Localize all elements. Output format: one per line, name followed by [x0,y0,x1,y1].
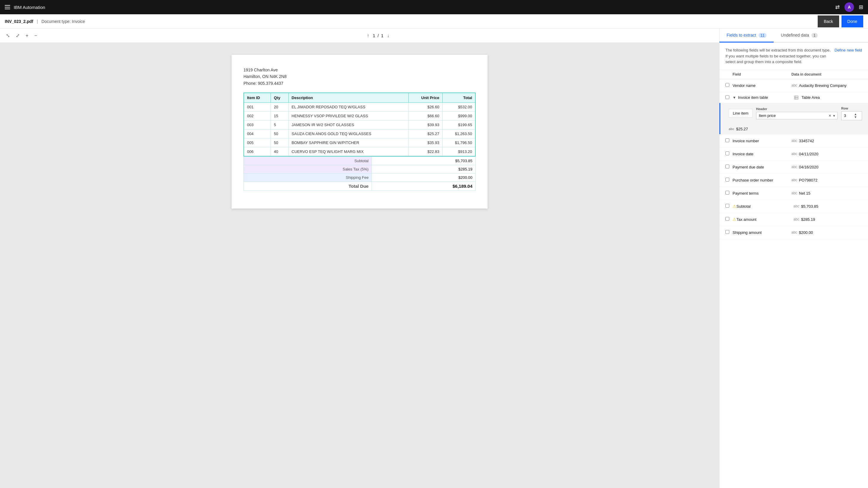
col-header-total: Total [442,93,475,103]
cell-desc: SAUZA CIEN ANOS GOLD TEQ W/GLASSES [288,129,408,138]
tab-undefined[interactable]: Undefined data 1 [774,29,825,42]
field-checkbox[interactable] [725,138,729,142]
field-data: abc $285.19 [794,217,862,222]
field-check[interactable] [725,83,733,88]
collapse-icon[interactable]: ⤢ [14,32,21,40]
lineitem-header-section: Header Item price ✕ ▾ [756,107,838,119]
lineitem-clear-icon[interactable]: ✕ [829,114,831,118]
page-up-icon[interactable]: ↑ [366,32,371,40]
abc-icon: abc [792,139,797,143]
field-data-value: Table Area [801,95,819,100]
lineitem-header-select[interactable]: Item price ✕ ▾ [756,112,838,119]
field-check[interactable] [725,177,733,183]
tab-undefined-label: Undefined data [781,33,809,37]
tab-fields-badge: 11 [758,33,767,38]
swap-icon[interactable]: ⇄ [835,4,840,10]
cell-unit: $25.27 [408,129,442,138]
nav-left: IBM Automation [5,5,45,10]
field-check[interactable] [725,138,733,143]
field-checkbox[interactable] [725,204,729,208]
address-line-3: Phone: 905.379.4437 [244,80,476,87]
panel-info-text: The following fields will be extracted f… [725,47,831,65]
lineitem-chevron-icon[interactable]: ▾ [833,114,835,118]
total-value: $6,189.04 [372,182,476,191]
remove-icon[interactable]: − [33,32,38,40]
file-info: INV_023_2.pdf | Document type: Invoice [5,19,85,24]
spinner-up-icon[interactable]: ▲ [854,113,857,116]
abc-icon: abc [792,191,797,195]
cell-unit: $39.93 [408,121,442,129]
tab-fields[interactable]: Fields to extract 11 [719,29,774,42]
right-panel: Fields to extract 11 Undefined data 1 Th… [719,29,868,488]
list-item: Payment terms abc Net 15 [719,187,868,200]
svg-rect-0 [795,96,798,99]
svg-rect-3 [796,96,796,99]
field-checkbox[interactable] [725,95,729,99]
document-panel: ⤡ ⤢ + − ↑ 1 / 1 ↓ 1919 Charlton Ave Hami… [0,29,719,488]
total-label: Total Due [244,182,372,191]
cell-id: 006 [244,147,271,157]
field-check[interactable] [725,230,733,235]
lineitem-row-section: Row ▲ ▼ [841,106,862,120]
brand-label: IBM Automation [14,5,45,10]
field-data-value: PO798072 [799,178,817,183]
svg-rect-1 [795,97,798,97]
field-row-expandable[interactable]: ▼ Invoice item table Table Area [719,92,868,103]
field-checkbox[interactable] [725,191,729,195]
field-data: Table Area [794,95,862,100]
cell-total: $199.65 [442,121,475,129]
add-icon[interactable]: + [24,32,29,40]
cell-desc: BOMBAY SAPPHIRE GIN W/PITCHER [288,138,408,147]
list-item: Shipping amount abc $200.00 [719,226,868,239]
doc-toolbar: ⤡ ⤢ + − ↑ 1 / 1 ↓ [0,29,719,43]
list-item: Purchase order number abc PO798072 [719,174,868,187]
field-checkbox[interactable] [725,217,729,221]
lineitem-header-label: Header [756,107,838,111]
separator: | [37,19,38,24]
summary-table: Subtotal $5,703.85 Sales Tax (5%) $285.1… [244,157,476,191]
address-line-1: 1919 Charlton Ave [244,67,476,73]
shipping-value: $200.00 [372,173,476,182]
cell-id: 002 [244,111,271,121]
define-new-field-link[interactable]: Define new field [835,47,862,53]
field-check[interactable] [725,95,733,100]
spinner-down-icon[interactable]: ▼ [854,116,857,119]
page-down-icon[interactable]: ↓ [386,32,391,40]
tab-fields-label: Fields to extract [726,33,756,37]
field-name: Invoice item table [738,95,795,100]
address-line-2: Hamilton, ON N4K 2N8 [244,73,476,80]
invoice-table: Item ID Qty Description Unit Price Total… [244,93,476,157]
cell-qty: 40 [271,147,289,157]
abc-icon: abc [792,165,797,169]
field-check[interactable] [725,204,733,208]
lineitem-row-input[interactable]: ▲ ▼ [841,111,862,120]
expand-icon[interactable]: ⤡ [5,32,11,40]
col-header-unit: Unit Price [408,93,442,103]
field-checkbox[interactable] [725,177,729,182]
grid-icon[interactable]: ⊞ [859,4,863,10]
cell-unit: $66.60 [408,111,442,121]
field-checkbox[interactable] [725,152,729,155]
field-checkbox[interactable] [725,83,729,87]
tab-undefined-badge: 1 [811,33,818,38]
field-check[interactable] [725,217,733,222]
lineitem-row-field[interactable] [844,113,853,118]
field-checkbox[interactable] [725,165,729,168]
field-checkbox[interactable] [725,230,729,234]
field-check[interactable] [725,191,733,195]
lineitem-spinners[interactable]: ▲ ▼ [854,113,857,119]
page-total: 1 [381,33,383,38]
main-layout: ⤡ ⤢ + − ↑ 1 / 1 ↓ 1919 Charlton Ave Hami… [0,29,868,488]
list-item: Payment due date abc 04/16/2020 [719,161,868,174]
list-item: ⚠ Subtotal abc $5,703.85 [719,200,868,213]
back-button[interactable]: Back [818,15,839,27]
done-button[interactable]: Done [841,15,863,27]
hamburger-icon[interactable] [5,5,10,9]
field-data-value: Audacity Brewing Company [799,83,846,88]
field-check[interactable] [725,152,733,156]
field-check[interactable] [725,165,733,169]
filename: INV_023_2.pdf [5,19,33,24]
cell-qty: 50 [271,138,289,147]
avatar[interactable]: A [844,2,854,12]
field-data-value: 3345742 [799,139,814,143]
